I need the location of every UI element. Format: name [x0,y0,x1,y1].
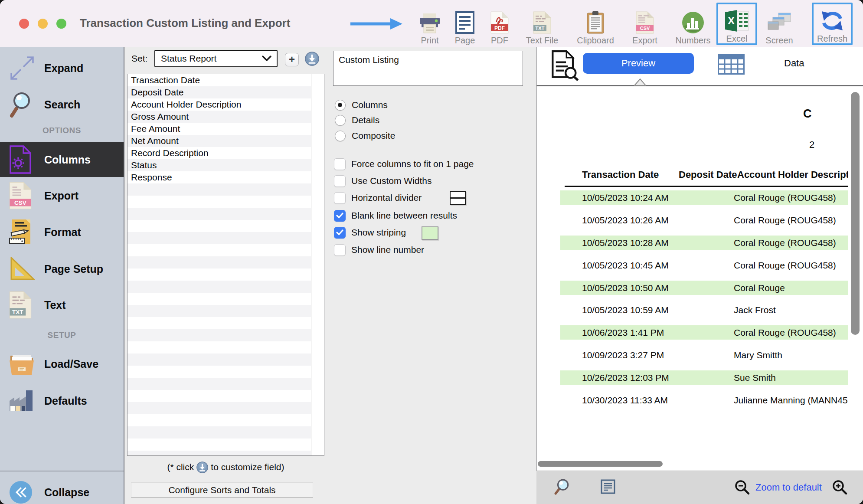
radio-columns[interactable]: Columns [335,99,388,111]
sidebar-item-format[interactable]: Format [0,215,124,249]
toolbar-item-label: PDF [491,36,508,45]
checkbox[interactable] [334,175,346,187]
sidebar: Expand Search OPTIONS Columns [0,47,124,504]
txt-file-icon: TXT [9,291,32,319]
preview-horizontal-scrollbar[interactable] [538,461,663,467]
checkbox[interactable] [334,227,346,239]
checkbox-custom-widths[interactable]: Use Custom Widths [334,175,432,187]
toolbar-item-label: Print [421,36,438,45]
zoom-out-icon[interactable] [734,479,750,495]
sidebar-item-columns[interactable]: Columns [0,142,124,177]
zoom-window-button[interactable] [56,19,66,29]
text-view-icon[interactable] [601,479,615,494]
defaults-icon [9,389,34,412]
zoom-to-default-link[interactable]: Zoom to default [755,482,822,493]
sidebar-item-text[interactable]: TXT Text [0,288,124,322]
radio-details[interactable]: Details [335,115,379,126]
search-icon [9,90,36,119]
pdf-file-icon: PDF [490,11,509,34]
checkbox[interactable] [334,192,346,204]
checkbox[interactable] [334,210,346,222]
numbers-button[interactable]: Numbers [673,3,713,45]
report-subtitle-partial: 2 [809,139,814,151]
field-list-item[interactable]: Record Description [127,147,313,159]
sidebar-item-defaults[interactable]: Defaults [0,383,124,418]
close-window-button[interactable] [19,19,29,29]
screen-windows-icon [767,12,791,34]
sidebar-item-export[interactable]: CSV Export [0,178,124,213]
download-set-button[interactable] [305,52,319,66]
field-list-item[interactable]: Status [127,159,313,171]
field-list-item[interactable]: Net Amount [127,135,313,147]
svg-text:X: X [728,15,735,26]
tab-data[interactable]: Data [784,58,804,69]
app-window: Transaction Custom Listing and Export Pr… [0,0,863,504]
field-list-item[interactable]: Gross Amount [127,111,313,123]
checkbox[interactable] [334,158,346,170]
expand-icon [9,55,36,82]
checkbox[interactable] [334,244,346,256]
sidebar-item-label: Search [44,98,80,111]
preview-vertical-scrollbar[interactable] [851,92,860,335]
field-list-item[interactable]: Deposit Date [127,86,313,98]
sidebar-section-setup: SETUP [0,331,124,340]
svg-text:PDF: PDF [494,25,505,31]
checkbox-blank-line[interactable]: Blank line between results [334,209,457,222]
radio-button[interactable] [335,131,346,141]
screen-button[interactable]: Screen [759,3,800,45]
text-file-button[interactable]: TXT Text File [522,3,562,45]
checkbox-show-striping[interactable]: Show striping [334,226,406,239]
report-header-rule [565,186,848,187]
folder-icon [9,352,35,376]
add-set-button[interactable]: + [285,53,299,66]
csv-file-icon: CSV [9,182,32,209]
radio-button[interactable] [335,115,346,126]
report-row: 10/05/2023 10:28 AM Coral Rouge (ROUG458… [560,236,848,250]
zoom-in-icon[interactable] [832,479,848,495]
field-list-scrollbar[interactable] [311,74,324,455]
sidebar-item-expand[interactable]: Expand [0,51,124,85]
page-icon [455,11,474,34]
configure-sorts-totals-button[interactable]: Configure Sorts and Totals [131,482,313,498]
clipboard-button[interactable]: Clipboard [575,3,616,45]
printer-icon [419,13,441,34]
refresh-button[interactable]: Refresh [812,3,853,45]
checkbox-show-line-number[interactable]: Show line number [334,244,424,256]
txt-file-icon: TXT [533,11,552,34]
active-tab-notch [634,79,646,86]
sidebar-item-page-setup[interactable]: Page Setup [0,252,124,286]
pdf-button[interactable]: PDF PDF [479,3,520,45]
report-row: 10/30/2023 11:33 AM Julianne Manning (MA… [560,393,848,407]
striping-color-swatch[interactable] [422,226,438,240]
toolbar-item-label: Page [455,36,475,45]
checkbox-force-columns[interactable]: Force columns to fit on 1 page [334,158,474,170]
columns-doc-icon [9,145,32,174]
svg-text:CSV: CSV [640,26,650,31]
field-list-item[interactable]: Account Holder Description [127,98,313,111]
sidebar-section-options: OPTIONS [0,126,124,135]
checkmark-icon [336,229,343,236]
sidebar-item-search[interactable]: Search [0,87,124,122]
radio-composite[interactable]: Composite [335,130,395,141]
listing-name-input[interactable]: Custom Listing [333,51,523,86]
field-list-item[interactable]: Fee Amount [127,123,313,135]
customize-field-hint: (* clickto customize field) [127,461,324,473]
sidebar-item-label: Format [44,226,81,239]
sidebar-item-collapse[interactable]: Collapse [0,475,124,504]
horizontal-divider-style-button[interactable] [450,191,466,205]
magnifier-tool-icon[interactable] [554,478,570,495]
radio-button[interactable] [335,100,346,111]
data-grid-icon[interactable] [718,54,745,75]
tab-preview[interactable]: Preview [583,53,694,74]
field-list-item[interactable]: Transaction Date [127,74,313,86]
report-column-header: Deposit Date [679,169,737,180]
excel-button[interactable]: X Excel [716,3,757,45]
toolbar-item-label: Refresh [817,34,847,43]
sidebar-item-load-save[interactable]: Load/Save [0,347,124,381]
checkbox-horizontal-divider[interactable]: Horizontal divider [334,192,422,204]
field-set-dropdown[interactable]: Status Report [154,50,278,67]
field-list-item[interactable]: Response [127,171,313,183]
export-csv-button[interactable]: CSV Export [624,3,665,45]
print-button[interactable]: Print [409,3,450,45]
minimize-window-button[interactable] [38,19,48,29]
